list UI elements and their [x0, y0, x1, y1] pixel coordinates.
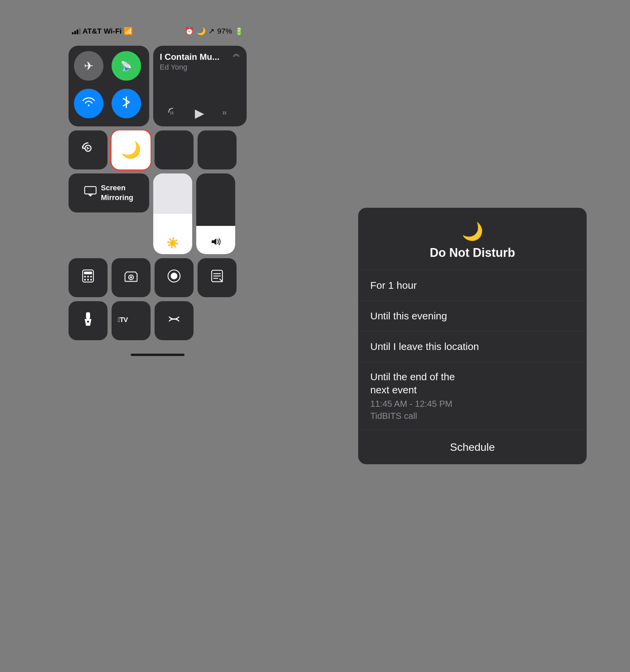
- screen-mirroring-button[interactable]: ScreenMirroring: [69, 173, 149, 213]
- screen-mirror-icon: [84, 186, 97, 200]
- carrier-label: AT&T Wi-Fi: [83, 27, 122, 35]
- notes-icon: [210, 269, 224, 286]
- svg-point-9: [90, 276, 92, 278]
- svg-text:15: 15: [170, 111, 174, 115]
- brightness-icon: ☀️: [166, 237, 179, 249]
- svg-point-8: [87, 276, 89, 278]
- appletv-button[interactable]: TV: [111, 301, 151, 340]
- dnd-schedule-button[interactable]: Schedule: [358, 430, 587, 464]
- np-title: I Contain Mu...: [160, 52, 240, 62]
- svg-point-10: [84, 279, 86, 281]
- location-icon: ↗: [208, 27, 215, 35]
- wifi-icon: 📶: [124, 27, 133, 35]
- calculator-icon: [81, 269, 95, 287]
- airplay-icon: [232, 52, 240, 59]
- left-col: ScreenMirroring: [69, 173, 149, 213]
- rotation-lock-icon: [81, 141, 95, 159]
- cellular-icon: 📡: [120, 61, 132, 72]
- screen-mirroring-label: ScreenMirroring: [101, 183, 133, 202]
- bar4: [79, 28, 81, 34]
- right-panel: 🌙 Do Not Disturb For 1 hour Until this e…: [315, 0, 630, 672]
- dnd-option-for-hour[interactable]: For 1 hour: [358, 270, 587, 301]
- do-not-disturb-button[interactable]: 🌙: [111, 130, 151, 169]
- flashlight-icon: [83, 312, 94, 330]
- mirroring-sliders-row: ScreenMirroring ☀️: [69, 173, 247, 254]
- airplane-mode-button[interactable]: ✈: [74, 51, 103, 81]
- tile-3[interactable]: [155, 130, 194, 169]
- dnd-option-event-sub: 11:45 AM - 12:45 PMTidBITS call: [370, 398, 575, 422]
- volume-icon: [210, 237, 221, 249]
- small-tiles-row: 🌙: [69, 130, 247, 169]
- svg-text:15: 15: [222, 111, 226, 115]
- brightness-unfilled: [153, 173, 192, 214]
- svg-point-7: [84, 276, 86, 278]
- status-left: AT&T Wi-Fi 📶: [72, 27, 133, 35]
- airplane-icon: ✈: [84, 59, 94, 73]
- dnd-option-until-evening[interactable]: Until this evening: [358, 301, 587, 331]
- dnd-options-list: For 1 hour Until this evening Until I le…: [358, 270, 587, 430]
- screen-record-icon: [167, 269, 181, 287]
- flashlight-button[interactable]: [69, 301, 107, 340]
- svg-text:TV: TV: [118, 316, 128, 323]
- svg-point-0: [169, 109, 170, 110]
- svg-point-19: [87, 321, 89, 323]
- signal-icon: [72, 28, 81, 34]
- app-row-1: [69, 258, 247, 297]
- moon-icon: 🌙: [121, 141, 141, 159]
- app-row-2: TV: [69, 301, 247, 340]
- np-controls: 15 ▶ 15: [160, 106, 240, 120]
- volume-slider[interactable]: [196, 173, 235, 254]
- brightness-slider[interactable]: ☀️: [153, 173, 192, 254]
- play-button[interactable]: ▶: [195, 106, 204, 120]
- dnd-option-event-main: Until the end of thenext event: [370, 370, 575, 397]
- tile-4[interactable]: [198, 130, 236, 169]
- dnd-option-until-event[interactable]: Until the end of thenext event 11:45 AM …: [358, 362, 587, 430]
- dnd-header: 🌙 Do Not Disturb: [358, 208, 587, 270]
- connectivity-tile[interactable]: ✈ 📡: [69, 46, 149, 126]
- appletv-icon: TV: [118, 315, 145, 327]
- fast-forward-button[interactable]: 15: [221, 107, 231, 119]
- bar3: [77, 30, 78, 34]
- bar1: [72, 32, 74, 34]
- dnd-moon-icon: 🌙: [462, 221, 483, 242]
- svg-point-14: [130, 276, 132, 278]
- notes-button[interactable]: [198, 258, 236, 297]
- moon-status-icon: 🌙: [197, 27, 206, 35]
- shazam-button[interactable]: [155, 301, 194, 340]
- dnd-popup: 🌙 Do Not Disturb For 1 hour Until this e…: [358, 208, 587, 464]
- top-row: ✈ 📡: [69, 46, 247, 126]
- bar2: [74, 31, 76, 34]
- now-playing-tile[interactable]: I Contain Mu... Ed Yong 15 ▶: [153, 46, 247, 126]
- status-right: ⏰ 🌙 ↗ 97% 🔋: [185, 27, 243, 35]
- screen-record-button[interactable]: [155, 258, 194, 297]
- rotation-lock-button[interactable]: [69, 130, 107, 169]
- dnd-option-until-location[interactable]: Until I leave this location: [358, 331, 587, 362]
- svg-rect-4: [85, 187, 96, 194]
- calculator-button[interactable]: [69, 258, 107, 297]
- home-indicator: [131, 354, 184, 356]
- camera-icon: [123, 269, 139, 286]
- shazam-icon: [167, 312, 181, 330]
- svg-point-16: [171, 273, 177, 279]
- alarm-icon: ⏰: [185, 27, 194, 35]
- wifi-button[interactable]: [74, 89, 103, 118]
- battery-percent: 97%: [217, 27, 232, 35]
- now-playing-info: I Contain Mu... Ed Yong: [160, 52, 240, 72]
- bluetooth-icon: [122, 96, 131, 111]
- camera-button[interactable]: [111, 258, 151, 297]
- rewind-button[interactable]: 15: [168, 107, 179, 119]
- battery-icon: 🔋: [235, 27, 243, 35]
- svg-rect-18: [86, 312, 90, 319]
- svg-point-11: [87, 279, 89, 281]
- wifi-btn-icon: [82, 97, 95, 110]
- bluetooth-button[interactable]: [111, 89, 141, 118]
- dnd-popup-title: Do Not Disturb: [430, 246, 515, 260]
- control-center: ✈ 📡: [69, 46, 247, 340]
- cellular-button[interactable]: 📡: [111, 51, 141, 81]
- status-bar: AT&T Wi-Fi 📶 ⏰ 🌙 ↗ 97% 🔋: [69, 27, 247, 35]
- svg-rect-6: [84, 272, 92, 274]
- svg-point-12: [90, 279, 92, 281]
- np-artist: Ed Yong: [160, 63, 240, 72]
- left-panel: AT&T Wi-Fi 📶 ⏰ 🌙 ↗ 97% 🔋 ✈ 📡: [0, 0, 315, 672]
